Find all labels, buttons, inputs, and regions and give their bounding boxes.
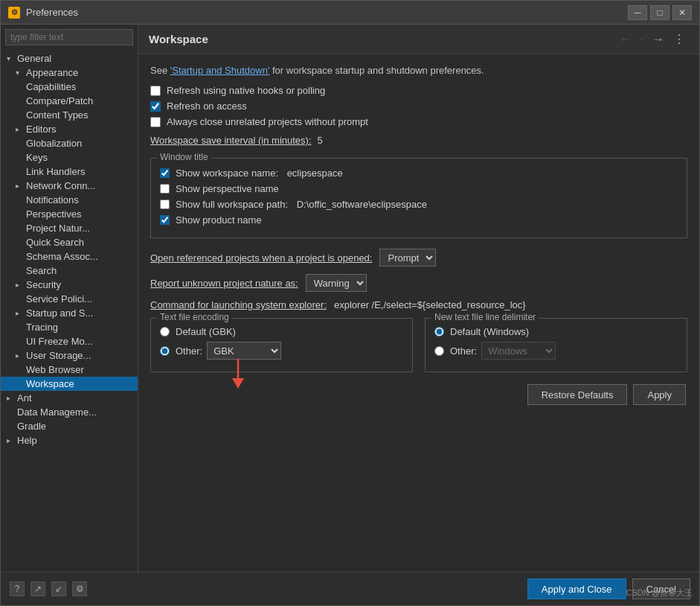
sidebar-item-ant[interactable]: ▸Ant — [1, 391, 138, 405]
sidebar-item-data-management[interactable]: Data Manageme... — [1, 405, 138, 419]
delimiter-other-row: Other: WindowsUnixMac — [434, 342, 678, 360]
delimiter-default-label: Default (Windows) — [450, 326, 529, 337]
preferences-window: ⚙ Preferences ─ □ ✕ ▾General▾Appearance … — [0, 0, 700, 606]
tree-item-label: Startup and S... — [26, 307, 93, 319]
expand-arrow: ▸ — [16, 309, 25, 317]
show-full-workspace-path-checkbox[interactable] — [160, 200, 170, 209]
sidebar-item-startup-and-s[interactable]: ▸Startup and S... — [1, 306, 138, 320]
report-unknown-label: Report unknown project nature as: — [150, 278, 298, 289]
always-close-checkbox[interactable] — [150, 117, 161, 127]
red-arrow-indicator — [227, 359, 249, 391]
text-encoding-group: Text file encoding Default (GBK) Other: … — [150, 318, 413, 372]
encoding-other-label: Other: — [176, 345, 202, 357]
sidebar-item-schema-assoc[interactable]: Schema Assoc... — [1, 249, 138, 264]
delimiter-other-radio[interactable] — [434, 346, 444, 356]
encoding-default-radio[interactable] — [160, 327, 170, 337]
sidebar-item-editors[interactable]: ▸Editors — [1, 122, 138, 136]
help-icon[interactable]: ? — [10, 581, 25, 596]
tree-item-label: Web Browser — [26, 364, 84, 375]
tree-item-label: Capabilities — [26, 81, 76, 92]
sidebar-item-appearance[interactable]: ▾Appearance — [1, 66, 138, 80]
sidebar-item-compare-patch[interactable]: Compare/Patch — [1, 94, 138, 108]
maximize-button[interactable]: □ — [650, 5, 670, 20]
sidebar-item-gradle[interactable]: Gradle — [1, 419, 138, 433]
expand-arrow: ▸ — [16, 281, 25, 289]
tree-item-label: Globalization — [26, 138, 82, 149]
panel-title: Workspace — [149, 33, 208, 45]
delimiter-default-radio[interactable] — [434, 327, 444, 337]
show-perspective-name-checkbox[interactable] — [160, 184, 170, 194]
startup-shutdown-link[interactable]: 'Startup and Shutdown' — [170, 65, 270, 76]
tree-item-label: Quick Search — [26, 237, 84, 248]
window-title-group: Window title Show workspace name: eclips… — [150, 158, 687, 238]
save-interval-row: Workspace save interval (in minutes): 5 — [150, 135, 687, 146]
show-product-name-checkbox[interactable] — [160, 215, 170, 225]
line-delimiter-group: New text file line delimiter Default (Wi… — [425, 318, 687, 372]
show-product-name-label: Show product name — [176, 214, 262, 226]
minimize-button[interactable]: ─ — [628, 5, 647, 20]
watermark: CSDN @拾客大王 — [626, 587, 693, 599]
encoding-other-select[interactable]: GBKUTF-8ISO-8859-1 — [207, 342, 281, 360]
delimiter-other-label: Other: — [450, 345, 477, 357]
export-preferences-icon[interactable]: ↗ — [30, 581, 45, 596]
sidebar-item-content-types[interactable]: Content Types — [1, 108, 138, 122]
sidebar-item-workspace[interactable]: Workspace — [1, 377, 138, 391]
sidebar-item-globalization[interactable]: Globalization — [1, 136, 138, 150]
back-button[interactable]: ← — [616, 31, 635, 48]
apply-button[interactable]: Apply — [633, 384, 686, 405]
close-button[interactable]: ✕ — [672, 5, 692, 20]
sidebar-item-help[interactable]: ▸Help — [1, 433, 138, 447]
show-full-workspace-path-value: D:\offic_software\eclipsespace — [294, 199, 427, 210]
bottom-bar: ? ↗ ↙ ⚙ Apply and Close Cancel — [1, 572, 699, 605]
checkbox-row-always-close: Always close unrelated projects without … — [150, 116, 687, 127]
tree-item-label: Security — [26, 279, 61, 290]
sidebar-item-general[interactable]: ▾General — [1, 51, 138, 66]
refresh-on-access-checkbox[interactable] — [150, 101, 161, 112]
sidebar-item-keys[interactable]: Keys — [1, 150, 138, 165]
sidebar-item-user-storage[interactable]: ▸User Storage... — [1, 348, 138, 363]
apply-and-close-button[interactable]: Apply and Close — [527, 578, 626, 599]
window-controls: ─ □ ✕ — [628, 5, 692, 20]
report-unknown-select[interactable]: WarningErrorIgnore — [306, 274, 367, 292]
sidebar-item-project-natur[interactable]: Project Natur... — [1, 221, 138, 235]
sidebar-item-network-conn[interactable]: ▸Network Conn... — [1, 179, 138, 193]
open-referenced-select[interactable]: PromptAlwaysNeverAsk — [379, 249, 436, 267]
delimiter-default-row: Default (Windows) — [434, 326, 678, 337]
checkbox-row-refresh-on-access: Refresh on access — [150, 101, 687, 112]
main-panel: Workspace ← · → ⋮ See 'Startup and Shutd… — [138, 25, 699, 572]
sidebar-item-capabilities[interactable]: Capabilities — [1, 80, 138, 94]
refresh-native-label: Refresh using native hooks or polling — [167, 85, 325, 96]
sidebar-item-notifications[interactable]: Notifications — [1, 193, 138, 207]
forward-button[interactable]: → — [649, 31, 668, 48]
sidebar-item-security[interactable]: ▸Security — [1, 278, 138, 292]
menu-button[interactable]: ⋮ — [670, 31, 689, 48]
restore-defaults-button[interactable]: Restore Defaults — [527, 384, 628, 405]
sidebar-item-link-handlers[interactable]: Link Handlers — [1, 165, 138, 179]
window-title-row-show-product-name: Show product name — [160, 214, 678, 226]
tree-item-label: Tracing — [26, 322, 58, 333]
refresh-native-checkbox[interactable] — [150, 86, 161, 96]
checkboxes-container: Refresh using native hooks or polling Re… — [150, 85, 687, 127]
sidebar-item-ui-freeze[interactable]: UI Freeze Mo... — [1, 334, 138, 348]
settings-icon[interactable]: ⚙ — [72, 581, 87, 596]
forward-button-1[interactable]: · — [637, 31, 647, 48]
sidebar-item-search[interactable]: Search — [1, 264, 138, 278]
show-workspace-name-checkbox[interactable] — [160, 168, 170, 178]
import-preferences-icon[interactable]: ↙ — [51, 581, 66, 596]
sidebar-item-quick-search[interactable]: Quick Search — [1, 235, 138, 249]
tree-item-label: Search — [26, 265, 57, 276]
sidebar-item-web-browser[interactable]: Web Browser — [1, 363, 138, 377]
sidebar-item-service-polic[interactable]: Service Polici... — [1, 292, 138, 306]
sidebar-item-perspectives[interactable]: Perspectives — [1, 207, 138, 221]
expand-arrow: ▸ — [16, 125, 25, 133]
show-workspace-name-label: Show workspace name: — [176, 168, 278, 179]
encoding-other-radio[interactable] — [160, 346, 170, 356]
open-referenced-label: Open referenced projects when a project … — [150, 252, 372, 264]
save-interval-label: Workspace save interval (in minutes): — [150, 135, 312, 146]
filter-input[interactable] — [5, 29, 133, 45]
sidebar-item-tracing[interactable]: Tracing — [1, 320, 138, 334]
delimiter-other-select[interactable]: WindowsUnixMac — [481, 342, 556, 360]
tree-item-label: Schema Assoc... — [26, 251, 98, 262]
tree-item-label: Keys — [26, 152, 48, 163]
tree-item-label: Data Manageme... — [17, 406, 97, 418]
